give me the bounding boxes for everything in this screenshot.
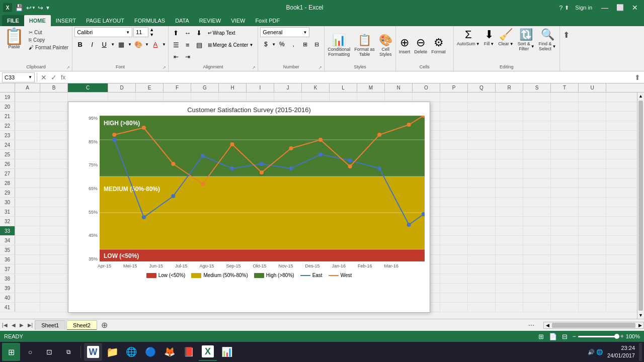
row-num-26[interactable]: 26: [0, 159, 15, 168]
cell-q37[interactable]: [468, 264, 496, 274]
cell-u39[interactable]: [579, 284, 606, 293]
row-num-24[interactable]: 24: [0, 140, 15, 149]
cell-p20[interactable]: [440, 102, 468, 111]
cell-l19[interactable]: [330, 93, 357, 102]
alignment-expand[interactable]: ↗: [252, 65, 256, 70]
task-view-btn[interactable]: ⧉: [59, 343, 77, 361]
cell-a19[interactable]: [15, 93, 40, 102]
cell-q21[interactable]: [468, 112, 496, 121]
cell-r35[interactable]: [496, 245, 523, 254]
close-btn[interactable]: ✕: [629, 4, 641, 12]
find-select-btn[interactable]: 🔍 Find &Select ▼: [538, 27, 557, 52]
row-num-41[interactable]: 41: [0, 303, 15, 312]
cell-u34[interactable]: [579, 236, 606, 245]
cell-t35[interactable]: [551, 245, 579, 254]
cell-q34[interactable]: [468, 236, 496, 245]
horizontal-scrollbar[interactable]: ◀ ▶: [543, 322, 644, 329]
decimal-decrease-btn[interactable]: ⊟: [311, 39, 322, 50]
cell-s22[interactable]: [523, 121, 551, 130]
sheet-nav-first[interactable]: |◀: [0, 321, 10, 329]
clear-dropdown[interactable]: ▼: [510, 42, 514, 46]
cell-t41[interactable]: [551, 303, 579, 312]
decimal-increase-btn[interactable]: ⊞: [299, 39, 310, 50]
page-break-view-btn[interactable]: ⊟: [562, 333, 568, 340]
cell-u36[interactable]: [579, 255, 606, 264]
tab-view[interactable]: VIEW: [226, 15, 250, 26]
row-num-21[interactable]: 21: [0, 112, 15, 121]
autosum-dropdown[interactable]: ▼: [476, 42, 480, 46]
cell-s34[interactable]: [523, 236, 551, 245]
cell-u29[interactable]: [579, 188, 606, 197]
align-top-btn[interactable]: ⬆: [171, 27, 182, 38]
col-header-i[interactable]: I: [247, 83, 274, 92]
cell-r29[interactable]: [496, 188, 523, 197]
col-header-u[interactable]: U: [579, 83, 606, 92]
cell-q41[interactable]: [468, 303, 496, 312]
col-header-q[interactable]: Q: [468, 83, 496, 92]
cell-b20[interactable]: [40, 102, 68, 111]
border-dropdown[interactable]: ▼: [128, 42, 132, 47]
cell-q29[interactable]: [468, 188, 496, 197]
delete-cells-btn[interactable]: ⊖ Delete: [413, 35, 428, 55]
cell-t36[interactable]: [551, 255, 579, 264]
cell-a30[interactable]: [15, 198, 40, 207]
ribbon-collapse-btn[interactable]: ⬆: [565, 5, 569, 11]
cell-p41[interactable]: [440, 303, 468, 312]
cell-b35[interactable]: [40, 245, 68, 254]
sheet-options-btn[interactable]: ⋯: [526, 322, 536, 329]
cell-q23[interactable]: [468, 131, 496, 140]
cell-a40[interactable]: [15, 293, 40, 302]
cell-q20[interactable]: [468, 102, 496, 111]
format-cells-btn[interactable]: ⚙ Format: [430, 35, 447, 55]
hscroll-right-btn[interactable]: ▶: [636, 322, 643, 329]
row-num-29[interactable]: 29: [0, 188, 15, 197]
cell-u40[interactable]: [579, 293, 606, 302]
cell-s31[interactable]: [523, 207, 551, 216]
explorer-taskbar-btn[interactable]: 📁: [103, 343, 121, 361]
cell-t23[interactable]: [551, 131, 579, 140]
cell-u30[interactable]: [579, 198, 606, 207]
cell-p26[interactable]: [440, 159, 468, 168]
cell-r24[interactable]: [496, 140, 523, 149]
cell-s37[interactable]: [523, 264, 551, 274]
cell-p27[interactable]: [440, 169, 468, 178]
row-num-34[interactable]: 34: [0, 236, 15, 245]
font-name-select[interactable]: Calibri▼: [74, 27, 132, 37]
copy-btn[interactable]: ⎘ Copy: [27, 37, 70, 43]
border-btn[interactable]: ▦: [116, 39, 127, 50]
cell-t28[interactable]: [551, 178, 579, 188]
cell-t37[interactable]: [551, 264, 579, 274]
tab-page-layout[interactable]: PAGE LAYOUT: [81, 15, 129, 26]
row-num-20[interactable]: 20: [0, 102, 15, 111]
cancel-formula-btn[interactable]: ✕: [39, 73, 48, 81]
cell-u37[interactable]: [579, 264, 606, 274]
row-num-32[interactable]: 32: [0, 217, 15, 226]
cell-a36[interactable]: [15, 255, 40, 264]
col-header-e[interactable]: E: [136, 83, 164, 92]
row-num-36[interactable]: 36: [0, 255, 15, 264]
row-num-37[interactable]: 37: [0, 264, 15, 274]
col-header-c[interactable]: C: [68, 83, 108, 92]
cell-a39[interactable]: [15, 284, 40, 293]
cell-b27[interactable]: [40, 169, 68, 178]
cell-q35[interactable]: [468, 245, 496, 254]
cell-s28[interactable]: [523, 178, 551, 188]
cortana-btn[interactable]: ⊡: [40, 343, 58, 361]
cell-a29[interactable]: [15, 188, 40, 197]
cell-t25[interactable]: [551, 150, 579, 159]
scroll-thumb[interactable]: [638, 101, 643, 311]
cell-s40[interactable]: [523, 293, 551, 302]
cell-c19[interactable]: [68, 93, 108, 102]
firefox-taskbar-btn[interactable]: 🦊: [160, 343, 179, 361]
wrap-text-btn[interactable]: ↵ Wrap Text: [205, 29, 238, 37]
cell-u19[interactable]: [579, 93, 606, 102]
col-header-p[interactable]: P: [440, 83, 468, 92]
cell-r30[interactable]: [496, 198, 523, 207]
cell-q39[interactable]: [468, 284, 496, 293]
cell-s25[interactable]: [523, 150, 551, 159]
cell-p21[interactable]: [440, 112, 468, 121]
formula-input[interactable]: [68, 72, 632, 82]
merge-center-btn[interactable]: ⊞ Merge & Center ▼: [205, 41, 256, 49]
align-middle-btn[interactable]: ↔: [182, 27, 193, 38]
cell-p25[interactable]: [440, 150, 468, 159]
